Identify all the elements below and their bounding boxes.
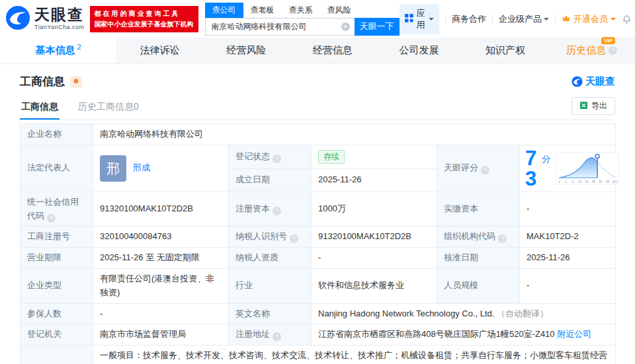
auto-translate-note: （自动翻译） bbox=[497, 309, 548, 318]
chevron-down-icon bbox=[611, 18, 616, 23]
score-cell: 73 分 bbox=[520, 145, 616, 192]
help-icon[interactable] bbox=[47, 214, 56, 223]
clear-icon[interactable] bbox=[341, 22, 350, 31]
taxpayer-id-label-text: 纳税人识别号 bbox=[235, 231, 287, 241]
help-icon[interactable] bbox=[273, 207, 281, 215]
section-title: 工商信息 bbox=[20, 74, 65, 89]
org-code-label: 组织机构代码 bbox=[437, 227, 520, 248]
table-row: 登记机关 南京市市场监督管理局 注册地址 江苏省南京市栖霞区和燕路408号晓庄国… bbox=[21, 324, 616, 346]
tick-1: 1 bbox=[565, 180, 567, 183]
export-label: 导出 bbox=[591, 100, 607, 112]
watermark-logo: 天眼查 bbox=[572, 75, 615, 88]
industry-label: 行业 bbox=[229, 268, 312, 303]
reg-capital-label: 注册资本 bbox=[229, 192, 312, 227]
tick-65: 65 bbox=[592, 180, 596, 183]
taxpayer-id-label: 纳税人识别号 bbox=[229, 227, 312, 248]
open-vip-button[interactable]: 开通会员 bbox=[562, 13, 616, 25]
apps-grid-icon bbox=[405, 14, 413, 24]
reg-authority-label: 登记机关 bbox=[21, 324, 93, 346]
reg-address-label-text: 注册地址 bbox=[235, 329, 270, 339]
nearby-companies-link[interactable]: 附近公司 bbox=[557, 329, 591, 339]
legal-rep-label: 法定代表人 bbox=[21, 145, 93, 192]
insured-count-value: - bbox=[93, 303, 229, 324]
tick-99: 99 bbox=[606, 180, 610, 183]
help-icon[interactable] bbox=[273, 155, 281, 163]
score-label-text: 天眼评分 bbox=[444, 163, 478, 172]
nav-enterprise-products[interactable]: 企业级产品 bbox=[499, 13, 549, 25]
org-code-value: MAK10T2D-2 bbox=[520, 227, 616, 248]
tick-97: 97 bbox=[599, 180, 603, 183]
subtab-history-business-info[interactable]: 历史工商信息0 bbox=[77, 96, 140, 120]
tianyancha-logo[interactable]: 天眼查 TianYanCha.com bbox=[5, 5, 85, 32]
nav-business-coop[interactable]: 商务合作 bbox=[452, 13, 486, 25]
tab-company-development[interactable]: 公司发展 bbox=[376, 38, 462, 63]
taxpayer-id-value: 91320100MAK10T2D2B bbox=[312, 227, 437, 248]
divider bbox=[555, 15, 556, 24]
reg-number-label: 工商注册号 bbox=[21, 227, 93, 248]
biz-term-value: 2025-11-26 至 无固定期限 bbox=[93, 248, 229, 269]
promo-banner: 都在用的商业查询工具 国家中小企业发展子基金旗下机构 bbox=[90, 6, 198, 32]
table-row: 参保人数 - 英文名称 Nanjing Hadong Network Techn… bbox=[21, 303, 616, 324]
table-row: 营业期限 2025-11-26 至 无固定期限 纳税人资质 - 核准日期 202… bbox=[21, 248, 616, 269]
company-name-value: 南京哈动网络科技有限公司 bbox=[93, 124, 616, 145]
apps-label: 应用 bbox=[417, 7, 426, 31]
tab-intellectual-property[interactable]: 知识产权 bbox=[462, 38, 549, 63]
main-content: 工商信息 天眼查 工商信息 历史工商信息0 bbox=[0, 64, 635, 364]
search-tab-company[interactable]: 查公司 bbox=[205, 3, 243, 18]
legal-rep-cell: 邢 邢成 bbox=[93, 145, 229, 192]
search-tab-relation[interactable]: 查关系 bbox=[282, 3, 320, 18]
tick-100: 100 bbox=[612, 180, 617, 183]
divider bbox=[492, 15, 493, 24]
reg-status-label-text: 登记状态 bbox=[235, 151, 270, 161]
legal-rep-link[interactable]: 邢成 bbox=[133, 161, 150, 175]
reg-capital-label-text: 注册资本 bbox=[235, 203, 270, 213]
tab-basic-info[interactable]: 基本信息 2 bbox=[0, 38, 116, 63]
crown-icon bbox=[562, 14, 571, 24]
english-name-value: Nanjing Hadong Network Technology Co., L… bbox=[312, 303, 616, 324]
subtab-business-info[interactable]: 工商信息 bbox=[20, 96, 60, 120]
tab-operation-risk[interactable]: 经营风险 bbox=[203, 38, 290, 63]
paid-capital-value: - bbox=[520, 192, 616, 227]
search-tab-risk[interactable]: 查风险 bbox=[320, 3, 359, 18]
help-icon[interactable] bbox=[609, 46, 617, 55]
help-icon[interactable] bbox=[290, 235, 298, 243]
chevron-down-icon bbox=[429, 18, 434, 23]
apps-menu[interactable]: 应用 bbox=[400, 4, 440, 34]
company-name-label: 企业名称 bbox=[21, 124, 93, 145]
help-icon[interactable] bbox=[498, 235, 507, 243]
biz-scope-value: 一般项目：技术服务、技术开发、技术咨询、技术交流、技术转让、技术推广；机械设备租… bbox=[93, 346, 616, 364]
search-tab-boss[interactable]: 查老板 bbox=[243, 3, 282, 18]
score-unit: 分 bbox=[542, 153, 550, 166]
avatar[interactable]: 邢 bbox=[100, 155, 126, 182]
notification-bell-icon[interactable] bbox=[622, 14, 632, 24]
english-name-text: Nanjing Hadong Network Technology Co., L… bbox=[318, 309, 494, 318]
brand-name: 天眼查 bbox=[34, 7, 85, 22]
help-icon[interactable] bbox=[273, 332, 281, 341]
chevron-down-icon bbox=[544, 18, 549, 23]
company-type-value: 有限责任公司(港澳台投资、非独资) bbox=[93, 268, 229, 303]
search-row: 天眼一下 bbox=[205, 18, 400, 36]
reg-status-label: 登记状态 bbox=[229, 145, 312, 168]
tab-history-info[interactable]: 历史信息 VIP bbox=[548, 38, 635, 63]
site-header: 天眼查 TianYanCha.com 都在用的商业查询工具 国家中小企业发展子基… bbox=[0, 0, 635, 38]
company-type-label: 企业类型 bbox=[21, 268, 93, 303]
tab-legal-litigation[interactable]: 法律诉讼 bbox=[116, 38, 203, 63]
tab-operation-info[interactable]: 经营信息 bbox=[290, 38, 376, 63]
est-date-label: 成立日期 bbox=[229, 168, 312, 192]
table-row: 企业名称 南京哈动网络科技有限公司 bbox=[21, 124, 616, 145]
search-input[interactable] bbox=[205, 18, 355, 36]
tick-5: 5 bbox=[572, 180, 574, 183]
divider bbox=[445, 15, 446, 24]
insured-count-label: 参保人数 bbox=[21, 303, 93, 324]
help-icon[interactable] bbox=[481, 166, 489, 174]
export-button[interactable]: 导出 bbox=[572, 97, 615, 115]
score-value: 73 bbox=[525, 148, 536, 189]
watermark-text: 天眼查 bbox=[585, 75, 615, 88]
search-button[interactable]: 天眼一下 bbox=[355, 18, 400, 36]
taxpayer-quality-value: - bbox=[312, 248, 437, 269]
announcement-bell-icon[interactable] bbox=[70, 76, 82, 88]
search-tabs: 查公司 查老板 查关系 查风险 bbox=[205, 3, 400, 18]
company-section-tabs: 基本信息 2 法律诉讼 经营风险 经营信息 公司发展 知识产权 历史信息 VIP bbox=[0, 38, 635, 64]
tab-history-info-label: 历史信息 bbox=[566, 44, 606, 55]
taxpayer-quality-label: 纳税人资质 bbox=[229, 248, 312, 269]
